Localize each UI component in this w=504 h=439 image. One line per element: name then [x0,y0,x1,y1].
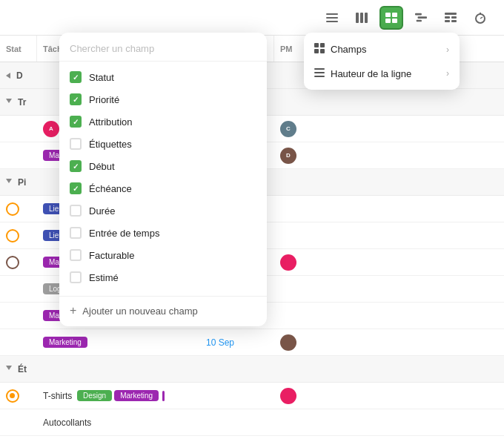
field-etiquettes[interactable]: Étiquettes [59,133,267,155]
status-icon-half [6,202,19,216]
avatar: C [280,121,296,137]
add-new-field-button[interactable]: + Ajouter un nouveau champ [59,296,267,320]
table-view-button[interactable] [439,6,462,30]
row-pm [274,196,311,222]
table-row[interactable]: Bouteilles d'eau [0,436,504,439]
gantt-view-button[interactable] [409,6,433,30]
hauteur-icon [314,67,325,79]
svg-line-20 [480,17,483,19]
col-header-stat: Stat [0,36,37,62]
checkbox-debut[interactable] [70,160,82,172]
section-pi-toggle-icon [6,179,12,186]
hauteur-label: Hauteur de la ligne [331,68,411,79]
section-tr-title: Tr [18,97,26,108]
row-date: 10 Sep [200,329,274,355]
row-date [200,383,274,409]
section-d-toggle-icon [6,73,10,79]
row-status [0,383,37,409]
field-priorite-label: Priorité [89,94,119,105]
checkbox-facturable[interactable] [70,249,82,261]
checkbox-duree[interactable] [70,205,82,217]
field-facturable[interactable]: Facturable [59,244,267,266]
champs-menu-item[interactable]: Champs › [304,37,460,62]
toolbar [0,0,504,36]
row-status [0,303,37,329]
timer-view-button[interactable] [468,6,492,30]
section-et-toggle-icon [6,366,12,373]
svg-rect-17 [451,20,457,22]
checkbox-etiquettes[interactable] [70,138,82,150]
field-echeance[interactable]: Échéance [59,177,267,199]
grid-view-button[interactable] [379,6,403,30]
row-status [0,436,37,439]
field-echeance-label: Échéance [89,183,132,194]
tag-design: Design [77,390,112,401]
svg-rect-16 [445,20,450,22]
row-date [200,409,274,435]
checkbox-estime[interactable] [70,271,82,283]
row-status [0,276,37,302]
table-row[interactable]: T-shirts Design Marketing [0,383,504,409]
row-status [0,409,37,435]
field-attribution-label: Attribution [89,116,133,128]
hauteur-menu-item[interactable]: Hauteur de la ligne › [304,62,460,85]
field-duree-label: Durée [89,205,115,217]
checkbox-priorite[interactable] [70,93,82,105]
row-pm [274,409,311,435]
champs-arrow-icon: › [446,44,449,55]
row-pm: C [274,116,311,142]
field-debut-label: Début [89,161,115,172]
status-icon [6,389,19,403]
row-task: Autocollants [37,409,200,435]
list-view-button[interactable] [320,6,344,30]
field-facturable-label: Facturable [89,250,134,261]
section-et[interactable]: Ét [0,356,504,383]
svg-rect-14 [445,16,450,19]
section-pi-title: Pi [18,177,26,188]
tag-indicator [162,391,165,401]
champs-icon [314,43,325,56]
field-entree-temps[interactable]: Entrée de temps [59,222,267,244]
table-row[interactable]: Autocollants [0,409,504,436]
svg-rect-13 [445,13,457,15]
svg-rect-22 [320,43,325,47]
field-estime[interactable]: Estimé [59,266,267,288]
row-status [0,222,37,248]
checkbox-echeance[interactable] [70,182,82,194]
table-row[interactable]: Marketing 10 Sep [0,329,504,356]
checkbox-statut[interactable] [70,71,82,83]
row-status [0,142,37,168]
avatar [280,388,296,404]
field-duree[interactable]: Durée [59,199,267,222]
svg-rect-6 [385,13,391,17]
row-status [0,249,37,275]
svg-rect-21 [314,43,319,47]
view-options-dropdown: Champs › Hauteur de la ligne › [304,33,460,90]
avatar: A [43,121,59,137]
search-field-container [59,33,267,62]
row-status [0,329,37,355]
field-statut[interactable]: Statut [59,66,267,88]
checkbox-attribution[interactable] [70,116,82,128]
row-pm [274,383,311,409]
columns-view-button[interactable] [350,6,374,30]
field-attribution[interactable]: Attribution [59,110,267,133]
search-input[interactable] [70,43,256,54]
row-date [200,436,274,439]
row-pm [274,436,311,439]
field-priorite[interactable]: Priorité [59,88,267,110]
hauteur-arrow-icon: › [446,68,449,79]
row-pm [274,222,311,248]
field-debut[interactable]: Début [59,155,267,177]
svg-rect-3 [356,13,359,23]
svg-rect-15 [451,16,457,19]
column-chooser-panel: Statut Priorité Attribution Étiquettes D… [59,33,267,326]
row-pm [274,276,311,302]
section-et-title: Ét [18,364,27,374]
checkbox-entree-temps[interactable] [70,227,82,239]
field-etiquettes-label: Étiquettes [89,139,132,150]
row-status [0,116,37,142]
svg-rect-9 [392,19,397,23]
tag-marketing: Marketing [114,390,159,401]
svg-rect-11 [418,16,427,19]
